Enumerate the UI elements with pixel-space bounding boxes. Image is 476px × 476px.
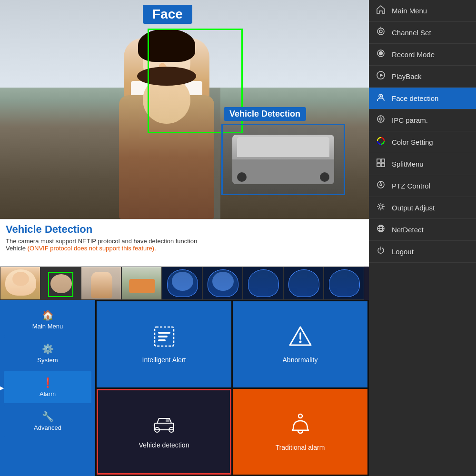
- menu-main-menu-label: Main Menu: [392, 7, 427, 15]
- svg-line-45: [383, 204, 384, 205]
- menu-ptz-control-label: PTZ Control: [392, 182, 430, 190]
- menu-ipc-icon: [376, 114, 386, 126]
- alarm-bell-icon: [288, 412, 312, 440]
- info-body: The camera must support NETIP protocol a…: [6, 238, 363, 252]
- menu-home-icon: [376, 5, 386, 17]
- svg-rect-33: [377, 163, 380, 167]
- grid-vehicle-detection-label: Vehicle detection: [139, 441, 189, 449]
- svg-point-13: [298, 414, 302, 418]
- sidebar-alarm[interactable]: ▶ ❗ Alarm: [4, 371, 91, 403]
- left-sidebar: 🏠 Main Menu ⚙️ System ▶ ❗ Alarm 🔧 Advanc…: [0, 300, 95, 476]
- grid-abnormality[interactable]: Abnormality: [233, 301, 367, 387]
- thumbnail-9[interactable]: [324, 267, 364, 300]
- svg-rect-2: [158, 336, 168, 337]
- svg-point-38: [379, 205, 383, 208]
- menu-ipc-param[interactable]: IPC param.: [369, 109, 476, 131]
- thumbnail-1[interactable]: [0, 267, 40, 300]
- grid-traditional-alarm[interactable]: Traditional alarm: [233, 389, 367, 475]
- sidebar-advanced-label: Advanced: [34, 424, 61, 431]
- grid-vehicle-detection[interactable]: Vehicle detection: [97, 389, 231, 475]
- grid-abnormality-label: Abnormality: [283, 356, 318, 364]
- content-grid: Intelligent Alert Abnormality: [95, 300, 369, 476]
- menu-ptz-icon: [376, 180, 386, 192]
- menu-split-menu-label: SplitMenu: [392, 160, 424, 168]
- sidebar-advanced[interactable]: 🔧 Advanced: [4, 405, 91, 437]
- gear-icon: ⚙️: [42, 343, 54, 355]
- grid-intelligent-alert[interactable]: Intelligent Alert: [97, 301, 231, 387]
- menu-playback[interactable]: PlayBack: [369, 66, 476, 88]
- right-panel: Main Menu Channel Set Record Mode: [369, 0, 476, 476]
- vehicle-detection-icon: [152, 415, 176, 437]
- warning-icon: [288, 325, 312, 352]
- thumbnail-4[interactable]: [121, 267, 162, 300]
- svg-rect-34: [381, 163, 385, 167]
- svg-rect-9: [155, 423, 174, 430]
- svg-point-6: [299, 341, 301, 343]
- svg-rect-1: [158, 332, 170, 334]
- menu-globe-icon: [376, 224, 386, 236]
- menu-channel-set[interactable]: Channel Set: [369, 22, 476, 44]
- menu-sun-icon: [376, 202, 386, 214]
- vehicle-detection-box: [221, 124, 345, 195]
- thumbnail-2[interactable]: [40, 267, 81, 300]
- info-section: Vehicle Detection The camera must suppor…: [0, 219, 369, 267]
- svg-rect-31: [377, 159, 380, 162]
- menu-net-detect-label: NetDetect: [392, 226, 424, 234]
- svg-point-24: [377, 116, 384, 122]
- menu-playback-label: PlayBack: [392, 72, 422, 80]
- menu-output-adjust[interactable]: Output Adjust: [369, 197, 476, 219]
- intelligent-alert-icon: [152, 325, 176, 352]
- menu-face-detection[interactable]: Face detection: [369, 88, 476, 109]
- menu-record-icon: [376, 49, 386, 60]
- menu-ptz-control[interactable]: PTZ Control: [369, 175, 476, 197]
- main-menu-area: 🏠 Main Menu ⚙️ System ▶ ❗ Alarm 🔧 Advanc…: [0, 300, 369, 476]
- sidebar-system[interactable]: ⚙️ System: [4, 337, 91, 369]
- menu-main-menu[interactable]: Main Menu: [369, 0, 476, 22]
- sidebar-main-menu[interactable]: 🏠 Main Menu: [4, 304, 91, 336]
- alert-icon: ❗: [42, 377, 54, 388]
- svg-rect-32: [381, 159, 385, 162]
- thumbnail-7[interactable]: [243, 267, 283, 300]
- menu-channel-icon: [376, 27, 386, 39]
- arrow-indicator: ▶: [0, 383, 4, 392]
- menu-split-icon: [376, 158, 386, 170]
- menu-face-detection-label: Face detection: [392, 94, 438, 102]
- svg-rect-3: [158, 339, 166, 341]
- menu-ipc-param-label: IPC param.: [392, 116, 428, 124]
- thumbnail-5[interactable]: [162, 267, 202, 300]
- svg-line-44: [383, 208, 384, 209]
- menu-color-setting-label: Color Setting: [392, 138, 433, 146]
- menu-net-detect[interactable]: NetDetect: [369, 219, 476, 241]
- menu-record-mode[interactable]: Record Mode: [369, 44, 476, 66]
- svg-line-46: [378, 208, 379, 209]
- thumbnail-6[interactable]: [202, 267, 243, 300]
- svg-line-43: [378, 204, 379, 205]
- grid-intelligent-alert-label: Intelligent Alert: [142, 356, 186, 364]
- menu-output-adjust-label: Output Adjust: [392, 204, 435, 212]
- thumbnail-strip: [0, 267, 369, 300]
- sidebar-main-menu-label: Main Menu: [32, 323, 63, 330]
- svg-point-16: [379, 30, 382, 33]
- menu-logout[interactable]: Logout: [369, 241, 476, 263]
- menu-power-icon: [376, 246, 386, 258]
- camera-view: Face Vehicle Detection: [0, 0, 369, 219]
- home-icon: 🏠: [42, 309, 54, 321]
- menu-channel-set-label: Channel Set: [392, 29, 431, 37]
- svg-point-15: [377, 28, 384, 35]
- menu-split-menu[interactable]: SplitMenu: [369, 153, 476, 175]
- menu-logout-label: Logout: [392, 248, 414, 256]
- sidebar-system-label: System: [37, 357, 58, 364]
- thumbnail-3[interactable]: [81, 267, 121, 300]
- svg-marker-21: [380, 74, 383, 77]
- face-detection-label: Face: [143, 5, 192, 24]
- menu-color-setting[interactable]: Color Setting: [369, 131, 476, 153]
- menu-play-icon: [376, 70, 386, 82]
- svg-point-19: [379, 52, 383, 55]
- svg-point-36: [380, 184, 382, 186]
- thumbnail-8[interactable]: [283, 267, 324, 300]
- menu-record-mode-label: Record Mode: [392, 50, 435, 59]
- menu-color-icon: [376, 136, 386, 148]
- svg-point-25: [380, 118, 382, 120]
- sidebar-alarm-label: Alarm: [40, 390, 56, 397]
- info-title: Vehicle Detection: [6, 223, 363, 236]
